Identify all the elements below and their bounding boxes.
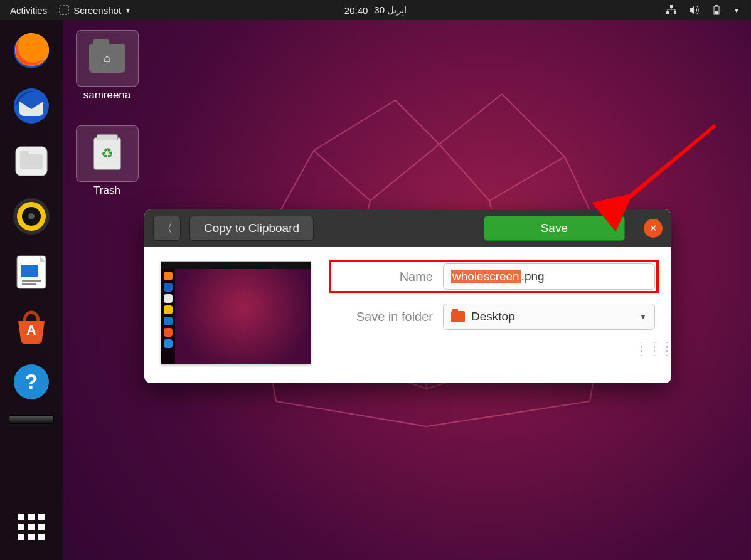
back-button[interactable]: 〈	[153, 216, 181, 241]
svg-rect-18	[21, 265, 38, 277]
svg-text:A: A	[26, 322, 36, 338]
apps-grid-icon	[18, 514, 45, 540]
dock: A ?	[0, 20, 63, 560]
svg-point-16	[28, 213, 35, 219]
chevron-down-icon: ▼	[125, 7, 131, 14]
trash-icon: ♻	[93, 137, 121, 170]
svg-rect-1	[670, 5, 673, 8]
filename-selected-text: wholescreen	[451, 270, 521, 283]
dock-app-thunderbird[interactable]	[9, 84, 53, 128]
network-icon	[666, 4, 677, 16]
screenshot-icon	[58, 4, 70, 16]
name-label: Name	[333, 270, 433, 284]
svg-rect-6	[715, 11, 718, 14]
dock-app-libreoffice-writer[interactable]	[9, 250, 53, 293]
folder-icon	[451, 311, 465, 322]
svg-text:?: ?	[25, 369, 38, 393]
close-button[interactable]: ✕	[644, 219, 663, 238]
resize-grip-icon[interactable]: ⋮⋮⋮⋮⋮⋮	[636, 344, 651, 354]
svg-rect-11	[20, 154, 43, 169]
clock-date: اپریل 30	[374, 4, 407, 16]
dock-app-files[interactable]	[9, 139, 53, 183]
button-label: Save	[541, 221, 568, 235]
name-row: Name wholescreen.png	[333, 263, 655, 290]
activities-button[interactable]: Activities	[10, 5, 47, 16]
folder-value: Desktop	[471, 310, 515, 324]
svg-rect-5	[715, 5, 718, 6]
dialog-header: 〈 Copy to Clipboard Save ✕	[144, 209, 671, 247]
button-label: Copy to Clipboard	[204, 221, 299, 235]
show-applications-button[interactable]	[9, 505, 53, 549]
recycle-icon: ♻	[101, 145, 114, 162]
home-icon: ⌂	[104, 52, 110, 65]
chevron-down-icon: ▼	[639, 312, 647, 321]
folder-row: Save in folder Desktop ▼	[333, 304, 655, 330]
save-button[interactable]: Save	[484, 216, 625, 241]
folder-icon: ⌂	[89, 44, 125, 73]
app-menu[interactable]: Screenshot ▼	[58, 4, 131, 16]
clock[interactable]: 20:40 اپریل 30	[344, 4, 407, 16]
dock-running-indicator	[9, 415, 54, 424]
desktop-icon-label: Trash	[74, 184, 140, 197]
volume-icon	[688, 4, 700, 16]
filename-rest-text: .png	[521, 270, 545, 283]
save-screenshot-dialog: 〈 Copy to Clipboard Save ✕ Name wholescr…	[144, 209, 671, 383]
svg-rect-2	[666, 11, 669, 14]
dock-app-rhythmbox[interactable]	[9, 194, 53, 238]
clock-time: 20:40	[344, 5, 368, 16]
svg-rect-12	[20, 151, 29, 156]
svg-point-8	[14, 88, 49, 124]
dock-app-firefox[interactable]	[9, 29, 53, 73]
dialog-fields: Name wholescreen.png Save in folder Desk…	[333, 261, 655, 364]
svg-rect-19	[22, 280, 41, 282]
copy-to-clipboard-button[interactable]: Copy to Clipboard	[189, 216, 314, 241]
close-icon: ✕	[649, 223, 658, 234]
desktop-icon-label: samreena	[74, 89, 140, 102]
desktop-icon-trash[interactable]: ♻ Trash	[74, 125, 140, 197]
svg-rect-0	[60, 6, 68, 14]
chevron-left-icon: 〈	[161, 220, 173, 237]
folder-label: Save in folder	[333, 310, 433, 324]
battery-icon	[711, 4, 722, 16]
svg-rect-3	[674, 11, 676, 14]
svg-rect-20	[22, 283, 36, 285]
desktop-icon-home[interactable]: ⌂ samreena	[74, 30, 140, 102]
top-bar: Activities Screenshot ▼ 20:40 اپریل 30 ▼	[0, 0, 751, 20]
dock-app-ubuntu-software[interactable]: A	[9, 305, 53, 349]
filename-input[interactable]: wholescreen.png	[443, 263, 655, 290]
chevron-down-icon: ▼	[733, 7, 740, 14]
save-folder-combo[interactable]: Desktop ▼	[443, 304, 655, 330]
status-area[interactable]: ▼	[666, 4, 751, 16]
screenshot-preview	[161, 261, 311, 364]
app-menu-label: Screenshot	[73, 5, 121, 16]
dock-app-help[interactable]: ?	[9, 360, 53, 404]
